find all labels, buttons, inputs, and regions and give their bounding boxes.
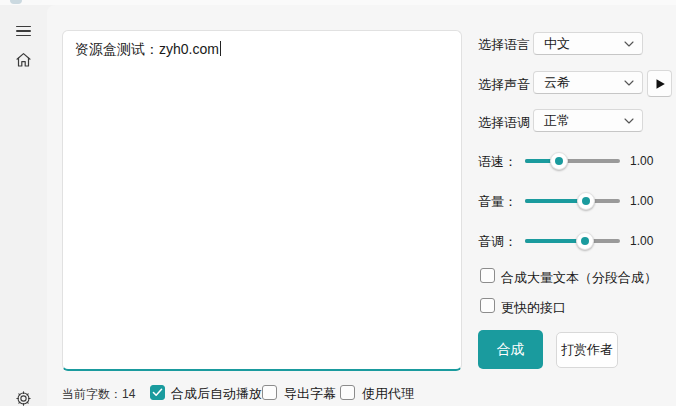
tone-value: 正常 bbox=[544, 112, 570, 130]
use-proxy-checkbox[interactable] bbox=[340, 385, 355, 400]
export-subtitles-checkbox[interactable] bbox=[262, 385, 277, 400]
slider-dot bbox=[582, 197, 590, 205]
pitch-label: 音调： bbox=[478, 233, 517, 251]
sidebar-item-settings[interactable] bbox=[11, 389, 35, 406]
voice-select[interactable]: 云希 bbox=[533, 71, 643, 94]
faster-api-checkbox[interactable] bbox=[480, 298, 495, 313]
speed-label: 语速： bbox=[478, 153, 517, 171]
menu-button[interactable] bbox=[11, 20, 35, 42]
slider-track[interactable] bbox=[525, 159, 620, 163]
slider-thumb[interactable] bbox=[550, 152, 568, 170]
language-value: 中文 bbox=[544, 35, 570, 53]
word-count: 当前字数：14 bbox=[62, 386, 135, 403]
sidebar bbox=[0, 5, 47, 406]
volume-slider[interactable] bbox=[525, 192, 620, 210]
chevron-down-icon bbox=[624, 80, 634, 86]
hamburger-icon bbox=[16, 26, 31, 37]
volume-label: 音量： bbox=[478, 193, 517, 211]
slider-track[interactable] bbox=[525, 199, 620, 203]
pitch-slider[interactable] bbox=[525, 232, 620, 250]
reward-author-button[interactable]: 打赏作者 bbox=[556, 332, 618, 368]
chevron-down-icon bbox=[624, 118, 634, 124]
batch-synthesis-label: 合成大量文本（分段合成） bbox=[501, 269, 657, 287]
use-proxy-label: 使用代理 bbox=[362, 385, 414, 403]
gear-icon bbox=[15, 390, 32, 406]
chevron-down-icon bbox=[624, 41, 634, 47]
speed-value: 1.00 bbox=[630, 154, 653, 168]
tone-select[interactable]: 正常 bbox=[533, 109, 643, 132]
content-area: 资源盒测试：zyh0.com 当前字数：14 合成后自动播放 导出字幕 使用代理… bbox=[47, 5, 676, 406]
slider-thumb[interactable] bbox=[576, 232, 594, 250]
editor-text: 资源盒测试：zyh0.com bbox=[75, 41, 219, 57]
volume-value: 1.00 bbox=[630, 194, 653, 208]
export-subtitles-label: 导出字幕 bbox=[284, 385, 336, 403]
home-icon bbox=[15, 52, 32, 72]
text-input[interactable]: 资源盒测试：zyh0.com bbox=[62, 30, 462, 371]
language-select[interactable]: 中文 bbox=[533, 32, 643, 55]
slider-track[interactable] bbox=[525, 239, 620, 243]
faster-api-label: 更快的接口 bbox=[501, 299, 566, 317]
play-voice-button[interactable] bbox=[647, 70, 672, 97]
slider-dot bbox=[581, 237, 589, 245]
batch-synthesis-checkbox[interactable] bbox=[480, 268, 495, 283]
speed-slider[interactable] bbox=[525, 152, 620, 170]
slider-thumb[interactable] bbox=[577, 192, 595, 210]
synthesize-button[interactable]: 合成 bbox=[478, 330, 543, 369]
play-icon bbox=[654, 78, 666, 90]
sidebar-item-home[interactable] bbox=[11, 51, 35, 73]
autoplay-checkbox[interactable] bbox=[150, 385, 165, 400]
checkmark-icon bbox=[152, 388, 163, 397]
autoplay-label: 合成后自动播放 bbox=[171, 385, 262, 403]
pitch-value: 1.00 bbox=[630, 234, 653, 248]
app-icon bbox=[10, 0, 22, 4]
voice-value: 云希 bbox=[544, 74, 570, 92]
slider-dot bbox=[555, 157, 563, 165]
text-caret bbox=[220, 41, 221, 56]
